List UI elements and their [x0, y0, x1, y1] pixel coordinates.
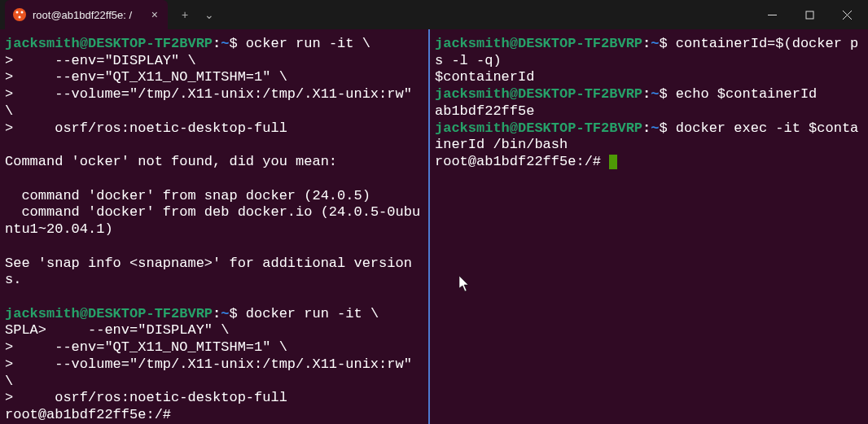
prompt-user: jacksmith@DESKTOP-TF2BVRP: [5, 306, 213, 321]
command-continuation: > --volume="/tmp/.X11-unix:/tmp/.X11-uni…: [5, 86, 420, 119]
svg-point-1: [21, 11, 24, 14]
prompt-user: jacksmith@DESKTOP-TF2BVRP: [5, 36, 213, 51]
ubuntu-icon: [13, 8, 26, 21]
prompt-user: jacksmith@DESKTOP-TF2BVRP: [435, 36, 642, 51]
prompt-user: jacksmith@DESKTOP-TF2BVRP: [435, 120, 642, 136]
error-suggestion: command 'docker' from deb docker.io (24.…: [5, 204, 420, 237]
command-continuation: SPLA> --env="DISPLAY" \: [5, 322, 229, 338]
output-text: $containerId: [435, 69, 534, 85]
error-footer: See 'snap info <snapname>' for additiona…: [5, 256, 412, 288]
prompt-user: jacksmith@DESKTOP-TF2BVRP: [435, 86, 642, 102]
error-heading: Command 'ocker' not found, did you mean:: [5, 154, 337, 169]
close-window-button[interactable]: [829, 2, 865, 28]
command-text: docker run -it \: [246, 306, 379, 321]
prompt-path: ~: [221, 306, 229, 321]
prompt-path: ~: [651, 86, 659, 102]
minimize-button[interactable]: [754, 2, 790, 28]
command-continuation: > --env="QT_X11_NO_MITSHM=1" \: [5, 69, 287, 85]
root-prompt: root@ab1bdf22ff5e:/#: [435, 154, 609, 169]
svg-point-0: [14, 9, 25, 20]
command-continuation: > --env="QT_X11_NO_MITSHM=1" \: [5, 339, 287, 355]
window-controls: [754, 2, 865, 28]
svg-rect-5: [806, 11, 813, 19]
root-prompt: root@ab1bdf22ff5e:/#: [5, 407, 171, 422]
titlebar: root@ab1bdf22ff5e: / × + ⌄: [0, 0, 868, 29]
new-tab-button[interactable]: +: [173, 0, 197, 29]
command-continuation: > --volume="/tmp/.X11-unix:/tmp/.X11-uni…: [5, 356, 420, 389]
terminal-pane-right[interactable]: jacksmith@DESKTOP-TF2BVRP:~$ containerId…: [430, 29, 868, 424]
terminal-pane-left[interactable]: jacksmith@DESKTOP-TF2BVRP:~$ ocker run -…: [0, 29, 430, 424]
command-continuation: > osrf/ros:noetic-desktop-full: [5, 390, 287, 405]
prompt-path: ~: [651, 36, 659, 51]
tab-active[interactable]: root@ab1bdf22ff5e: / ×: [5, 0, 168, 29]
command-continuation: > osrf/ros:noetic-desktop-full: [5, 120, 287, 136]
error-suggestion: command 'docker' from snap docker (24.0.…: [5, 188, 370, 203]
prompt-path: ~: [221, 36, 229, 51]
maximize-button[interactable]: [791, 2, 827, 28]
tab-close-button[interactable]: ×: [151, 8, 158, 21]
tab-title: root@ab1bdf22ff5e: /: [33, 9, 145, 21]
command-text: ocker run -it \: [246, 36, 370, 51]
command-text: echo $containerId: [676, 86, 817, 102]
terminal-area: jacksmith@DESKTOP-TF2BVRP:~$ ocker run -…: [0, 29, 868, 424]
svg-point-2: [16, 11, 19, 14]
tab-dropdown-button[interactable]: ⌄: [197, 0, 221, 29]
svg-point-3: [19, 16, 21, 19]
output-text: ab1bdf22ff5e: [435, 103, 534, 119]
command-continuation: > --env="DISPLAY" \: [5, 53, 196, 68]
cursor-icon: [609, 155, 617, 169]
prompt-path: ~: [651, 120, 659, 136]
